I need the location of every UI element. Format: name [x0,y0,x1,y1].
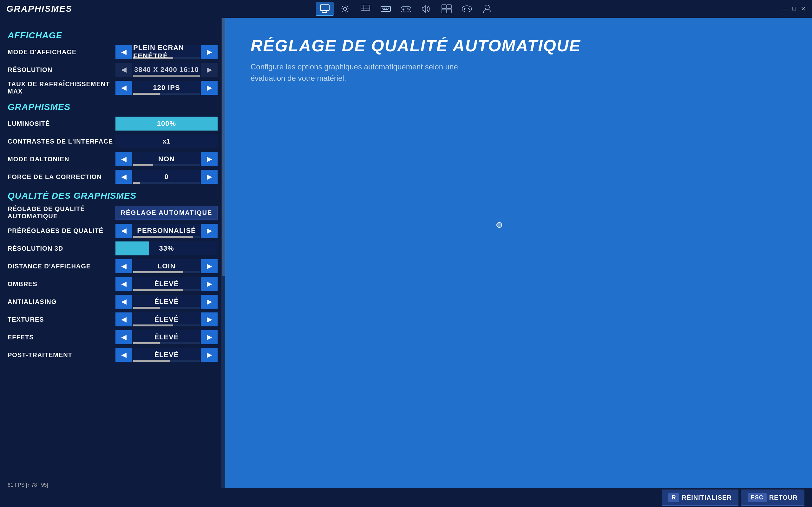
row-taux-rafraichissement: TAUX DE RAFRAÎCHISSEMENT MAX ◀ 120 IPS ▶ [0,78,225,97]
next-taux[interactable]: ▶ [201,81,217,95]
scrollbar-thumb[interactable] [222,18,225,276]
info-description: Configure les options graphiques automat… [251,61,473,84]
prev-daltonien[interactable]: ◀ [115,152,132,166]
svg-rect-19 [447,5,451,9]
row-antialiasing: ANTIALIASING ◀ ÉLEVÉ ▶ [0,293,225,311]
next-effets[interactable]: ▶ [201,330,217,344]
svg-rect-13 [383,9,388,10]
label-effets: EFFETS [8,334,115,341]
row-prereglages: PRÉRÉGLAGES DE QUALITÉ ◀ PERSONNALISÉ ▶ [0,222,225,239]
prev-mode-affichage[interactable]: ◀ [115,45,132,59]
nav-monitor[interactable] [316,2,334,16]
value-effets: ÉLEVÉ [133,330,200,344]
svg-point-26 [469,9,470,10]
next-antialiasing[interactable]: ▶ [201,295,217,308]
prev-prereglages[interactable]: ◀ [115,224,132,238]
svg-rect-11 [386,8,387,9]
nav-display[interactable] [357,2,374,16]
svg-rect-18 [442,5,446,9]
reinitialiser-button[interactable]: R RÉINITIALISER [662,490,738,506]
section-qualite-header: QUALITÉ DES GRAPHISMES [0,186,225,204]
btn-reglage-auto[interactable]: RÉGLAGE AUTOMATIQUE [115,206,217,220]
label-antialiasing: ANTIALIASING [8,298,115,305]
prev-taux[interactable]: ◀ [115,81,132,95]
scrollbar[interactable] [221,18,225,488]
prev-textures[interactable]: ◀ [115,313,132,326]
row-resolution3d: RÉSOLUTION 3D 33% [0,239,225,257]
value-prereglages: PERSONNALISÉ [133,224,200,238]
prev-distance[interactable]: ◀ [115,259,132,273]
next-resolution[interactable]: ▶ [201,63,217,77]
label-resolution: RÉSOLUTION [8,66,115,73]
prev-post-traitement[interactable]: ◀ [115,348,132,362]
svg-rect-21 [447,9,451,13]
settings-panel: AFFICHAGE MODE D'AFFICHAGE ◀ PLEIN ÉCRAN… [0,18,225,488]
control-prereglages: ◀ PERSONNALISÉ ▶ [115,224,217,238]
info-panel: RÉGLAGE DE QUALITÉ AUTOMATIQUE Configure… [225,18,812,488]
row-distance: DISTANCE D'AFFICHAGE ◀ LOIN ▶ [0,257,225,275]
value-daltonien: NON [133,152,200,166]
prev-antialiasing[interactable]: ◀ [115,295,132,308]
reinitialiser-key: R [668,493,679,502]
label-distance: DISTANCE D'AFFICHAGE [8,263,115,270]
nav-keyboard[interactable] [377,2,395,16]
next-force[interactable]: ▶ [201,170,217,184]
value-ombres: ÉLEVÉ [133,277,200,291]
svg-rect-10 [384,8,386,9]
svg-rect-9 [382,8,384,9]
label-ombres: OMBRES [8,280,115,288]
next-mode-affichage[interactable]: ▶ [201,45,217,59]
svg-rect-12 [388,8,389,9]
next-distance[interactable]: ▶ [201,259,217,273]
section-graphismes-header: GRAPHISMES [0,97,225,115]
prev-effets[interactable]: ◀ [115,330,132,344]
window-controls: — □ ✕ [781,5,806,12]
retour-button[interactable]: ESC RETOUR [741,490,804,506]
control-ombres: ◀ ÉLEVÉ ▶ [115,277,217,291]
nav-bar [316,2,496,16]
next-prereglages[interactable]: ▶ [201,224,217,238]
row-contrastes: CONTRASTES DE L'INTERFACE x1 [0,132,225,150]
control-force-correction: ◀ 0 ▶ [115,170,217,184]
row-ombres: OMBRES ◀ ÉLEVÉ ▶ [0,275,225,293]
control-luminosite: 100% [115,117,217,130]
label-prereglages: PRÉRÉGLAGES DE QUALITÉ [8,227,115,234]
minimize-btn[interactable]: — [781,5,787,12]
row-luminosite: LUMINOSITÉ 100% [0,115,225,132]
svg-point-4 [344,7,347,10]
control-antialiasing: ◀ ÉLEVÉ ▶ [115,295,217,308]
next-ombres[interactable]: ▶ [201,277,217,291]
value-resolution3d: 33% [115,241,217,256]
value-mode-affichage: PLEIN ÉCRAN FENÊTRÉ [133,45,200,59]
next-daltonien[interactable]: ▶ [201,152,217,166]
titlebar: GRAPHISMES [0,0,812,18]
nav-audio[interactable] [417,2,435,16]
prev-resolution[interactable]: ◀ [115,63,132,77]
nav-gamepad[interactable] [397,2,415,16]
prev-ombres[interactable]: ◀ [115,277,132,291]
svg-rect-0 [320,5,329,10]
nav-account[interactable] [478,2,496,16]
label-force-correction: FORCE DE LA CORRECTION [8,173,115,181]
control-resolution3d: 33% [115,241,217,256]
nav-gear[interactable] [336,2,354,16]
info-title: RÉGLAGE DE QUALITÉ AUTOMATIQUE [251,37,786,55]
next-textures[interactable]: ▶ [201,313,217,326]
label-post-traitement: POST-TRAITEMENT [8,351,115,359]
maximize-btn[interactable]: □ [792,5,796,12]
row-resolution: RÉSOLUTION ◀ 3840 X 2400 16:10 ▶ [0,61,225,78]
value-luminosite: 100% [115,117,217,130]
control-daltonien: ◀ NON ▶ [115,152,217,166]
value-contrastes: x1 [115,134,217,148]
control-contrastes: x1 [115,134,217,148]
control-resolution: ◀ 3840 X 2400 16:10 ▶ [115,63,217,77]
prev-force[interactable]: ◀ [115,170,132,184]
label-mode-affichage: MODE D'AFFICHAGE [8,49,115,56]
control-distance: ◀ LOIN ▶ [115,259,217,273]
close-btn[interactable]: ✕ [801,5,806,12]
label-resolution3d: RÉSOLUTION 3D [8,245,115,252]
nav-controller[interactable] [458,2,476,16]
nav-network[interactable] [438,2,455,16]
next-post-traitement[interactable]: ▶ [201,348,217,362]
section-affichage-header: AFFICHAGE [0,25,225,43]
